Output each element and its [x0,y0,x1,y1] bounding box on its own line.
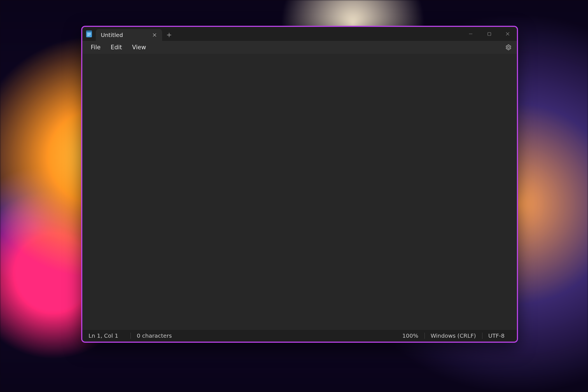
menu-edit[interactable]: Edit [106,42,127,52]
menu-view[interactable]: View [127,42,151,52]
maximize-icon [487,32,491,36]
menubar: File Edit View [82,41,517,54]
close-window-button[interactable] [498,27,517,41]
notepad-window: Untitled [81,26,518,343]
minimize-button[interactable] [461,27,480,41]
window-controls [461,27,517,41]
gear-icon [505,44,512,50]
status-char-count: 0 characters [130,332,178,339]
tab-label: Untitled [101,32,123,38]
maximize-button[interactable] [480,27,498,41]
new-tab-button[interactable] [162,29,176,41]
tab-untitled[interactable]: Untitled [96,29,162,41]
status-zoom[interactable]: 100% [402,332,424,339]
titlebar[interactable]: Untitled [82,27,517,41]
statusbar: Ln 1, Col 1 0 characters 100% Windows (C… [82,330,517,342]
plus-icon [167,33,171,37]
notepad-app-icon [82,30,96,38]
svg-rect-5 [488,32,491,36]
settings-button[interactable] [503,42,514,53]
editor-area [82,54,517,330]
minimize-icon [469,32,473,36]
text-editor[interactable] [82,54,517,330]
status-encoding[interactable]: UTF-8 [482,332,511,339]
menu-file[interactable]: File [86,42,106,52]
tab-close-button[interactable] [150,30,159,40]
status-line-ending[interactable]: Windows (CRLF) [424,332,482,339]
close-icon [506,32,510,36]
svg-rect-1 [86,31,92,32]
status-cursor-position: Ln 1, Col 1 [88,332,124,339]
close-icon [153,33,157,37]
